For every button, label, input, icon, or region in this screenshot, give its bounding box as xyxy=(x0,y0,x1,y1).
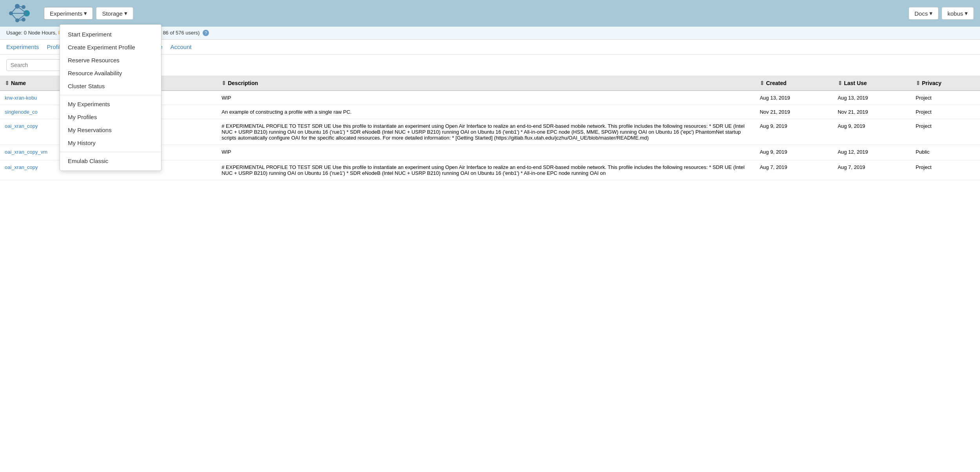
sec-nav-account[interactable]: Account xyxy=(171,44,192,50)
nav-right: Docs ▾ kobus ▾ xyxy=(909,7,974,20)
cell-privacy: Project xyxy=(911,119,980,145)
cell-description: WIP xyxy=(217,91,755,105)
cell-last-use: Aug 9, 2019 xyxy=(833,119,911,145)
dropdown-item-my-experiments[interactable]: My Experiments xyxy=(60,98,161,111)
col-created[interactable]: ⇕Created xyxy=(755,76,833,91)
svg-line-11 xyxy=(11,6,17,13)
col-last-use[interactable]: ⇕Last Use xyxy=(833,76,911,91)
experiments-chevron: ▾ xyxy=(84,10,87,17)
dropdown-item-start-experiment[interactable]: Start Experiment xyxy=(60,28,161,41)
dropdown-item-emulab-classic[interactable]: Emulab Classic xyxy=(60,154,161,167)
cell-privacy: Public xyxy=(911,145,980,160)
cell-description: An example of constructing a profile wit… xyxy=(217,105,755,119)
sort-created-icon: ⇕ xyxy=(760,80,764,86)
dropdown-divider-1 xyxy=(60,95,161,95)
experiment-name-link[interactable]: oai_xran_copy_vm xyxy=(5,149,47,155)
storage-button[interactable]: Storage ▾ xyxy=(96,7,133,20)
experiment-name-link[interactable]: oai_xran_copy xyxy=(5,164,38,170)
experiment-name-link[interactable]: krw-xran-kobu xyxy=(5,95,37,101)
cell-last-use: Aug 12, 2019 xyxy=(833,145,911,160)
user-button[interactable]: kobus ▾ xyxy=(942,7,974,20)
experiments-dropdown-menu: Start Experiment Create Experiment Profi… xyxy=(60,24,162,171)
sort-desc-icon: ⇕ xyxy=(221,80,226,86)
cell-created: Aug 7, 2019 xyxy=(755,160,833,180)
usage-label: Usage: 0 Node Hours, xyxy=(6,30,58,36)
dropdown-item-my-reservations[interactable]: My Reservations xyxy=(60,123,161,136)
dropdown-item-create-experiment-profile[interactable]: Create Experiment Profile xyxy=(60,41,161,54)
sort-name-icon: ⇕ xyxy=(5,80,9,86)
sort-lastuse-icon: ⇕ xyxy=(838,80,842,86)
sort-privacy-icon: ⇕ xyxy=(916,80,920,86)
experiment-name-link[interactable]: singlenode_co xyxy=(5,109,38,115)
cell-privacy: Project xyxy=(911,160,980,180)
storage-label: Storage xyxy=(102,10,123,17)
docs-button[interactable]: Docs ▾ xyxy=(909,7,938,20)
experiments-button[interactable]: Experiments ▾ xyxy=(44,7,93,20)
cell-last-use: Aug 13, 2019 xyxy=(833,91,911,105)
cell-description: WIP xyxy=(217,145,755,160)
cell-created: Aug 13, 2019 xyxy=(755,91,833,105)
top-nav: Experiments ▾ Storage ▾ Docs ▾ kobus ▾ S… xyxy=(0,0,980,27)
cell-privacy: Project xyxy=(911,91,980,105)
experiments-label: Experiments xyxy=(50,10,82,17)
help-icon[interactable]: ? xyxy=(203,30,209,36)
dropdown-divider-2 xyxy=(60,152,161,152)
cell-created: Aug 9, 2019 xyxy=(755,145,833,160)
docs-chevron: ▾ xyxy=(929,10,933,17)
logo-icon xyxy=(6,2,38,25)
storage-chevron: ▾ xyxy=(124,10,127,17)
cell-created: Nov 21, 2019 xyxy=(755,105,833,119)
cell-privacy: Project xyxy=(911,105,980,119)
docs-label: Docs xyxy=(915,10,928,17)
sec-nav-experiments[interactable]: Experiments xyxy=(6,44,39,50)
dropdown-item-my-history[interactable]: My History xyxy=(60,136,161,149)
dropdown-item-reserve-resources[interactable]: Reserve Resources xyxy=(60,54,161,67)
cell-created: Aug 9, 2019 xyxy=(755,119,833,145)
user-chevron: ▾ xyxy=(965,10,968,17)
cell-description: # EXPERIMENTAL PROFILE TO TEST SDR UE Us… xyxy=(217,119,755,145)
dropdown-item-resource-availability[interactable]: Resource Availability xyxy=(60,67,161,80)
col-description[interactable]: ⇕Description xyxy=(217,76,755,91)
experiment-name-link[interactable]: oai_xran_copy xyxy=(5,123,38,129)
cell-last-use: Aug 7, 2019 xyxy=(833,160,911,180)
col-privacy[interactable]: ⇕Privacy xyxy=(911,76,980,91)
cell-description: # EXPERIMENTAL PROFILE TO TEST SDR UE Us… xyxy=(217,160,755,180)
nav-buttons: Experiments ▾ Storage ▾ xyxy=(44,7,909,20)
dropdown-item-cluster-status[interactable]: Cluster Status xyxy=(60,80,161,93)
user-label: kobus xyxy=(947,10,963,17)
svg-line-12 xyxy=(11,13,17,20)
dropdown-item-my-profiles[interactable]: My Profiles xyxy=(60,111,161,123)
cell-last-use: Nov 21, 2019 xyxy=(833,105,911,119)
